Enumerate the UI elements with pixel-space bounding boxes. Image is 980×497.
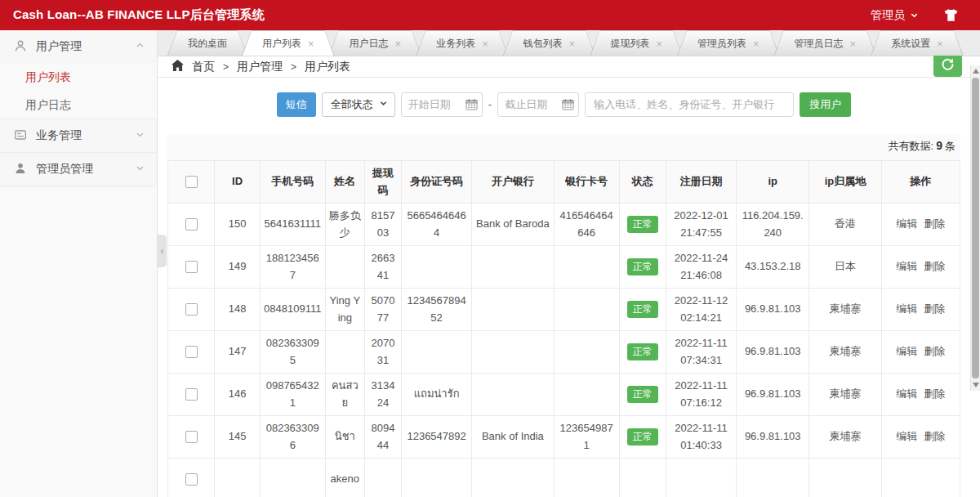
row-checkbox[interactable] [185,261,198,273]
scroll-up-arrow-icon[interactable] [973,69,979,74]
edit-link[interactable]: 编辑 [896,345,917,357]
cell-ip-location [809,459,881,497]
cell-ip: 96.9.81.103 [737,289,809,331]
sidebar-section-管理员管理[interactable]: 管理员管理 [0,153,157,186]
search-users-button[interactable]: 搜用户 [800,92,851,117]
chevron-up-icon [135,40,145,53]
tab-我的桌面[interactable]: 我的桌面 [167,30,247,56]
status-badge: 正常 [627,428,658,445]
table-row: 1480848109111Ying Ying507077123456789452… [168,289,960,331]
tab-close-icon[interactable]: × [482,38,488,49]
delete-link[interactable]: 删除 [924,260,945,272]
delete-link[interactable]: 删除 [924,217,945,230]
tab-close-icon[interactable]: × [850,38,857,49]
status-badge: 正常 [627,258,658,275]
cell-register-date: 2022-11-11 07:16:12 [666,374,737,416]
tab-钱包列表[interactable]: 钱包列表× [503,30,596,56]
edit-link[interactable]: 编辑 [896,260,917,272]
edit-link[interactable]: 编辑 [896,430,917,442]
records-summary: 共有数据:9条 [167,134,960,160]
cell-card [554,331,619,374]
sidebar-section-用户管理[interactable]: 用户管理 [0,30,157,63]
cell-actions: 编辑删除 [881,289,960,331]
tab-close-icon[interactable]: × [753,38,760,49]
cell-actions: 编辑删除 [881,416,960,459]
scroll-thumb[interactable] [972,78,979,378]
cell-ip: 116.204.159.240 [737,204,809,246]
tab-管理员日志[interactable]: 管理员日志× [774,30,877,56]
cell-register-date: 2022-11-11 01:40:33 [666,416,737,459]
tab-close-icon[interactable]: × [569,38,576,49]
cell-id: 148 [215,289,260,331]
refresh-button[interactable] [933,53,962,77]
tab-bar: 我的桌面用户列表×用户日志×业务列表×钱包列表×提现列表×管理员列表×管理员日志… [158,30,980,56]
column-header-ID: ID [215,161,260,204]
select-all-checkbox[interactable] [185,176,198,188]
cell-status: 正常 [619,374,666,416]
column-header-银行卡号: 银行卡号 [554,161,619,204]
status-select[interactable]: 全部状态 [322,92,395,117]
theme-shirt-icon[interactable] [943,8,959,22]
status-badge: 正常 [627,343,658,360]
tab-用户列表[interactable]: 用户列表× [242,30,335,56]
status-badge: 正常 [627,386,658,402]
calendar-icon[interactable] [466,99,478,113]
cell-ip: 96.9.81.103 [737,374,809,416]
row-select-cell [168,416,215,459]
delete-link[interactable]: 删除 [924,387,945,400]
table-row: 1460987654321คนสวย313424แถมน่ารัก正常2022-… [168,374,960,416]
tab-close-icon[interactable]: × [656,38,662,49]
cell-card: 1236549871 [554,416,619,459]
delete-link[interactable]: 删除 [924,302,945,315]
tab-close-icon[interactable]: × [937,38,943,49]
row-checkbox[interactable] [185,218,198,231]
breadcrumb-page[interactable]: 用户列表 [305,60,350,74]
status-select-value: 全部状态 [331,97,373,112]
cell-phone: 0987654321 [260,374,325,416]
status-badge: 正常 [627,301,658,317]
cell-id: 146 [215,374,260,416]
tab-系统设置[interactable]: 系统设置× [871,30,964,56]
edit-link[interactable]: 编辑 [896,387,917,400]
row-checkbox[interactable] [185,346,198,358]
column-header-注册日期: 注册日期 [666,161,737,204]
sidebar-item-用户日志[interactable]: 用户日志 [0,91,157,119]
admin-menu[interactable]: 管理员 [871,8,919,23]
delete-link[interactable]: 删除 [924,345,945,357]
cell-phone: 0823633095 [260,331,325,374]
tab-业务列表[interactable]: 业务列表× [416,30,509,56]
sidebar-item-用户列表[interactable]: 用户列表 [0,63,157,91]
row-checkbox[interactable] [185,303,198,316]
row-checkbox[interactable] [185,388,198,401]
row-checkbox[interactable] [185,431,198,443]
tab-close-icon[interactable]: × [308,38,314,49]
vertical-scrollbar[interactable] [970,65,980,391]
tab-管理员列表[interactable]: 管理员列表× [677,30,780,56]
calendar-icon[interactable] [562,99,574,113]
breadcrumb-row: 首页 > 用户管理 > 用户列表 [158,56,980,78]
tab-label: 系统设置 [891,37,930,51]
cell-id-number: 56654646464 [402,204,472,246]
cell-phone: 0823633096 [260,416,325,459]
row-checkbox[interactable] [185,473,198,486]
cell-register-date: 2022-12-01 21:47:55 [666,204,737,246]
sidebar-section-业务管理[interactable]: 业务管理 [0,119,157,152]
breadcrumb-home[interactable]: 首页 [192,60,215,74]
breadcrumb-section[interactable]: 用户管理 [237,60,283,74]
edit-link[interactable]: 编辑 [896,302,917,315]
main-layout: 用户管理用户列表用户日志业务管理管理员管理 我的桌面用户列表×用户日志×业务列表… [0,30,980,497]
sms-button[interactable]: 短信 [277,92,316,117]
sidebar-collapse-handle[interactable]: ‹ [158,235,167,267]
keyword-input[interactable] [585,92,794,117]
delete-link[interactable]: 删除 [924,430,945,442]
edit-link[interactable]: 编辑 [896,217,917,230]
tab-用户日志[interactable]: 用户日志× [329,30,422,56]
chevron-down-icon [135,163,145,176]
cell-card: 416546464646 [554,204,619,246]
scroll-down-arrow-icon[interactable] [973,383,979,387]
admin-label: 管理员 [871,8,905,23]
tab-close-icon[interactable]: × [395,38,402,49]
refresh-icon [941,57,955,74]
tab-提现列表[interactable]: 提现列表× [590,30,683,56]
breadcrumb-separator: > [223,61,229,73]
